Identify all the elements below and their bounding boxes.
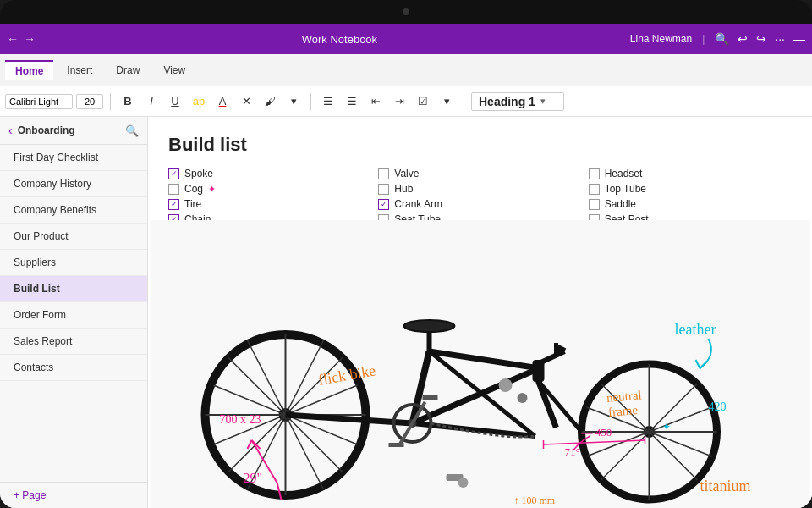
tab-bar: Home Insert Draw View [0,54,812,86]
list-item: Hub [378,181,581,196]
search-icon[interactable]: 🔍 [715,32,729,46]
checkbox-hub[interactable] [378,184,389,195]
svg-rect-38 [423,395,438,400]
checkbox-top-tube[interactable] [589,184,600,195]
checkbox-spoke[interactable] [168,168,179,179]
list-item: Cog ✦ [168,181,371,196]
svg-point-32 [404,320,455,332]
svg-point-39 [499,378,513,392]
tab-home[interactable]: Home [5,60,53,80]
sidebar-item-build-list[interactable]: Build List [0,276,147,302]
sidebar-item-first-day[interactable]: First Day Checklist [0,145,147,171]
highlight-button[interactable]: ab [189,91,209,112]
svg-point-42 [458,478,469,488]
sidebar-item-suppliers[interactable]: Suppliers [0,250,147,276]
add-page-button[interactable]: + Page [0,482,147,508]
format-bar: B I U ab A ✕ 🖌 ▾ ☰ ☰ ⇤ ⇥ ☑ ▾ Heading 1 ▾ [0,86,812,117]
checkbox-crank-arm[interactable] [378,199,389,210]
svg-point-40 [518,393,528,403]
heading-style-label: Heading 1 [479,95,535,108]
sidebar-item-order-form[interactable]: Order Form [0,302,147,329]
sidebar-item-our-product[interactable]: Our Product [0,224,147,250]
list-item: Top Tube [589,181,792,196]
list-item: Spoke [168,166,371,181]
annotation-frame: frame [607,403,639,419]
annotation-700x23: 700 x 23 [220,413,261,426]
svg-rect-37 [389,443,404,447]
font-size-input[interactable] [76,94,103,109]
sidebar-item-sales-report[interactable]: Sales Report [0,329,147,355]
title-bar-right: Lina Newman | 🔍 ↩ ↪ ··· — [630,32,805,46]
sep-3 [464,93,464,110]
bike-illustration: flick bike 700 x 23 29" neutral frame [148,220,812,508]
clear-format-button[interactable]: ✕ [236,91,256,112]
notebook-title: Work Notebook [49,33,630,46]
sidebar-search-button[interactable]: 🔍 [125,124,139,137]
bold-button[interactable]: B [118,91,138,112]
main-area: ‹ Onboarding 🔍 First Day Checklist Compa… [0,117,812,508]
sidebar-items-list: First Day Checklist Company History Comp… [0,145,147,482]
font-color-button[interactable]: A [212,91,233,112]
title-bar: ← → Work Notebook Lina Newman | 🔍 ↩ ↪ ··… [0,24,812,54]
sidebar-back-button[interactable]: ‹ [8,124,13,137]
checkbox-saddle[interactable] [589,199,600,210]
font-family-select[interactable] [5,94,73,109]
cog-icon: ✦ [208,184,216,195]
sidebar-item-company-history[interactable]: Company History [0,171,147,197]
forward-arrow[interactable]: → [24,32,36,46]
annotation-100mm: ↑ 100 mm [514,494,556,506]
camera-dot [403,8,409,15]
sep-2 [310,93,311,110]
style-selector[interactable]: Heading 1 ▾ [471,92,564,111]
tablet-top-bar [0,0,812,24]
indent-decrease-button[interactable]: ⇤ [365,91,386,112]
sep-1 [110,93,111,110]
redo-icon[interactable]: ↪ [756,32,766,46]
more-icon[interactable]: ··· [775,32,785,46]
format-dropdown[interactable]: ▾ [283,91,304,112]
sidebar-header: ‹ Onboarding 🔍 [0,117,147,145]
annotation-leather: leather [675,321,716,338]
style-dropdown-arrow: ▾ [540,96,546,107]
annotation-29inch: 29" [244,471,263,485]
annotation-titanium: titanium [700,478,751,494]
paint-format-button[interactable]: 🖌 [260,91,280,112]
content-area: Build list Spoke Cog ✦ [148,117,812,508]
tab-view[interactable]: View [153,61,195,80]
title-controls: 🔍 ↩ ↪ ··· — [715,32,805,46]
checkbox-cog[interactable] [168,184,179,195]
underline-button[interactable]: U [165,91,185,112]
minimize-icon[interactable]: — [793,32,805,46]
checkbox-headset[interactable] [589,168,600,179]
checkbox-tire[interactable] [168,199,179,210]
tab-insert[interactable]: Insert [57,61,102,80]
annotation-420: 420 [709,400,727,413]
annotation-71deg: 71° [565,445,580,458]
checkbox-valve[interactable] [378,168,389,179]
user-name: Lina Newman [630,33,692,45]
title-bar-nav: ← → [7,32,36,46]
sidebar-item-contacts[interactable]: Contacts [0,355,147,381]
numbered-list-button[interactable]: ☰ [342,91,362,112]
annotation-450: — 450 [581,426,612,439]
tablet-frame: ← → Work Notebook Lina Newman | 🔍 ↩ ↪ ··… [0,0,812,508]
sidebar: ‹ Onboarding 🔍 First Day Checklist Compa… [0,117,148,508]
list-item: Tire [168,196,371,212]
italic-button[interactable]: I [141,91,162,112]
list-dropdown[interactable]: ▾ [436,91,457,112]
tab-draw[interactable]: Draw [106,61,150,80]
indent-increase-button[interactable]: ⇥ [389,91,409,112]
undo-icon[interactable]: ↩ [738,32,748,46]
list-item: Saddle [589,196,792,212]
onenote-app: ← → Work Notebook Lina Newman | 🔍 ↩ ↪ ··… [0,24,812,508]
list-item: Headset [589,166,792,181]
sidebar-section-title: Onboarding [18,124,120,136]
sidebar-item-company-benefits[interactable]: Company Benefits [0,197,147,224]
bullet-list-button[interactable]: ☰ [318,91,338,112]
list-item: Valve [378,166,581,181]
bike-svg: flick bike 700 x 23 29" neutral frame [148,220,812,508]
list-item: Crank Arm [378,196,581,212]
back-arrow[interactable]: ← [7,32,19,46]
page-title: Build list [148,117,812,166]
checkbox-button[interactable]: ☑ [413,91,433,112]
